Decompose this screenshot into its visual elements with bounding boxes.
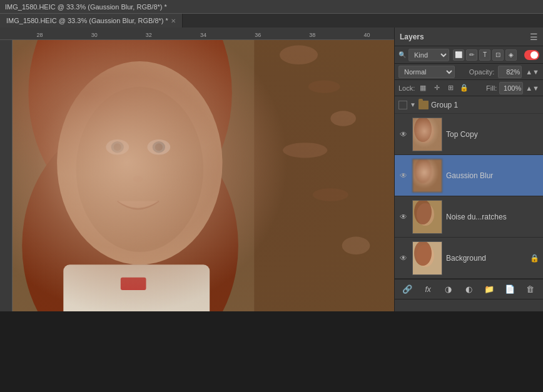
filter-smart-btn[interactable]: ◈ bbox=[505, 49, 517, 61]
visibility-toggle-background[interactable]: 👁 bbox=[398, 254, 409, 263]
filter-kind-dropdown[interactable]: Kind bbox=[409, 49, 449, 61]
new-group-btn[interactable]: 📁 bbox=[482, 283, 496, 296]
filter-icons: ⬜ ✏ T ⊡ ◈ bbox=[453, 49, 517, 61]
group-folder-icon bbox=[419, 101, 429, 109]
close-tab-icon[interactable]: ✕ bbox=[171, 18, 176, 24]
eye-icon-top-copy: 👁 bbox=[400, 130, 407, 139]
window-title: IMG_1580.HEIC @ 33.3% (Gaussion Blur, RG… bbox=[5, 3, 167, 11]
visibility-toggle-noise[interactable]: 👁 bbox=[398, 213, 409, 221]
eye-icon-gaussion-blur: 👁 bbox=[400, 171, 407, 180]
opacity-label: Opacity: bbox=[469, 68, 494, 76]
filter-toggle[interactable] bbox=[524, 50, 539, 60]
layer-row-noise[interactable]: 👁 Noise du...ratches bbox=[395, 196, 543, 238]
lock-checkerboard-btn[interactable]: ▦ bbox=[417, 83, 429, 94]
panels-status-bar bbox=[395, 299, 543, 311]
lock-move-btn[interactable]: ✛ bbox=[431, 83, 442, 94]
ruler-left bbox=[0, 40, 13, 311]
ruler-tick-30: 30 bbox=[67, 32, 121, 38]
doc-tab-active[interactable]: IMG_1580.HEIC @ 33.3% (Gaussion Blur, RG… bbox=[0, 14, 183, 28]
fill-arrow-icon: ▲▼ bbox=[525, 84, 539, 92]
layer-thumb-background bbox=[412, 241, 442, 275]
panel-toolbar: 🔗 fx ◑ ◐ 📁 📄 🗑 bbox=[395, 279, 543, 299]
fx-label: fx bbox=[425, 285, 430, 294]
lock-bar: Lock: ▦ ✛ ⊞ 🔒 Fill: ▲▼ bbox=[395, 80, 543, 96]
eye-icon-background: 👁 bbox=[400, 254, 407, 263]
svg-rect-23 bbox=[413, 118, 442, 151]
ruler-tick-32: 32 bbox=[121, 32, 176, 38]
layer-row-top-copy[interactable]: 👁 Top Copy bbox=[395, 114, 543, 155]
filter-type-btn[interactable]: T bbox=[479, 49, 490, 61]
filter-bar: 🔍 Kind ⬜ ✏ T ⊡ ◈ bbox=[395, 46, 543, 64]
visibility-toggle-gaussion-blur[interactable]: 👁 bbox=[398, 171, 409, 180]
lock-all-btn[interactable]: 🔒 bbox=[459, 83, 470, 94]
lock-icon-background: 🔒 bbox=[530, 254, 539, 263]
lock-artboard-btn[interactable]: ⊞ bbox=[445, 83, 456, 94]
layer-name-noise: Noise du...ratches bbox=[446, 213, 539, 221]
svg-point-25 bbox=[414, 118, 432, 142]
fill-label: Fill: bbox=[486, 84, 497, 92]
app-window: IMG_1580.HEIC @ 33.3% (Gaussion Blur, RG… bbox=[0, 0, 543, 311]
layer-thumb-top-copy bbox=[412, 118, 442, 151]
ruler-numbers: 28 30 32 34 36 38 40 bbox=[13, 32, 394, 38]
new-layer-btn[interactable]: 📄 bbox=[503, 283, 517, 296]
svg-rect-26 bbox=[413, 159, 442, 193]
panels-area: Layers ☰ 🔍 Kind ⬜ ✏ T ⊡ ◈ bbox=[394, 28, 543, 311]
filter-shape-btn[interactable]: ⊡ bbox=[492, 49, 504, 61]
ruler-tick-28: 28 bbox=[13, 32, 67, 38]
canvas-area: 28 30 32 34 36 38 40 bbox=[0, 28, 394, 311]
svg-point-27 bbox=[417, 162, 434, 184]
layer-styles-btn[interactable]: fx bbox=[421, 283, 435, 296]
photo-overlay bbox=[13, 40, 394, 311]
title-bar: IMG_1580.HEIC @ 33.3% (Gaussion Blur, RG… bbox=[0, 0, 543, 14]
blend-mode-dropdown[interactable]: Normal bbox=[398, 66, 455, 78]
canvas-content[interactable] bbox=[13, 40, 394, 311]
tab-row: IMG_1580.HEIC @ 33.3% (Gaussion Blur, RG… bbox=[0, 14, 543, 28]
layer-thumb-noise bbox=[412, 200, 442, 234]
filter-adjustment-btn[interactable]: ✏ bbox=[466, 49, 477, 61]
doc-tab-label: IMG_1580.HEIC @ 33.3% (Gaussion Blur, RG… bbox=[6, 17, 168, 24]
svg-point-24 bbox=[417, 121, 434, 143]
main-area: 28 30 32 34 36 38 40 bbox=[0, 28, 543, 311]
blend-bar: Normal Opacity: ▲▼ bbox=[395, 64, 543, 80]
ruler-top: 28 30 32 34 36 38 40 bbox=[0, 28, 394, 40]
opacity-input[interactable] bbox=[498, 66, 522, 78]
lock-label: Lock: bbox=[398, 84, 415, 92]
layer-name-top-copy: Top Copy bbox=[446, 130, 539, 139]
eye-icon-noise: 👁 bbox=[400, 213, 407, 221]
search-icon: 🔍 bbox=[398, 51, 406, 58]
filter-pixel-btn[interactable]: ⬜ bbox=[453, 49, 464, 61]
layer-name-background: Background bbox=[446, 254, 526, 263]
fill-input[interactable] bbox=[499, 82, 523, 94]
layers-panel: Layers ☰ 🔍 Kind ⬜ ✏ T ⊡ ◈ bbox=[395, 28, 543, 299]
layer-group-row[interactable]: ▼ Group 1 bbox=[395, 96, 543, 114]
delete-layer-btn[interactable]: 🗑 bbox=[524, 283, 537, 296]
link-layers-btn[interactable]: 🔗 bbox=[400, 283, 414, 296]
layer-row-gaussion-blur[interactable]: 👁 Gaussion Blur bbox=[395, 155, 543, 196]
group-name: Group 1 bbox=[431, 101, 458, 109]
panel-menu-icon[interactable]: ☰ bbox=[530, 32, 538, 42]
adjustment-layer-btn[interactable]: ◐ bbox=[462, 283, 475, 296]
svg-point-28 bbox=[414, 159, 432, 183]
ruler-tick-40: 40 bbox=[340, 32, 394, 38]
ruler-tick-36: 36 bbox=[231, 32, 285, 38]
layers-list: ▼ Group 1 👁 bbox=[395, 96, 543, 279]
panel-header: Layers ☰ bbox=[395, 28, 543, 46]
opacity-arrow-icon: ▲▼ bbox=[525, 68, 539, 76]
layer-thumb-gaussion-blur bbox=[412, 159, 442, 193]
photo-canvas bbox=[13, 40, 394, 311]
ruler-tick-34: 34 bbox=[176, 32, 230, 38]
add-mask-btn[interactable]: ◑ bbox=[442, 283, 455, 296]
group-checkbox[interactable] bbox=[398, 101, 407, 109]
visibility-toggle-top-copy[interactable]: 👁 bbox=[398, 130, 409, 139]
ruler-tick-38: 38 bbox=[285, 32, 340, 38]
panel-title: Layers bbox=[400, 33, 424, 41]
layer-row-background[interactable]: 👁 Background 🔒 bbox=[395, 238, 543, 279]
group-arrow-icon: ▼ bbox=[410, 101, 416, 108]
layer-name-gaussion-blur: Gaussion Blur bbox=[446, 171, 539, 180]
